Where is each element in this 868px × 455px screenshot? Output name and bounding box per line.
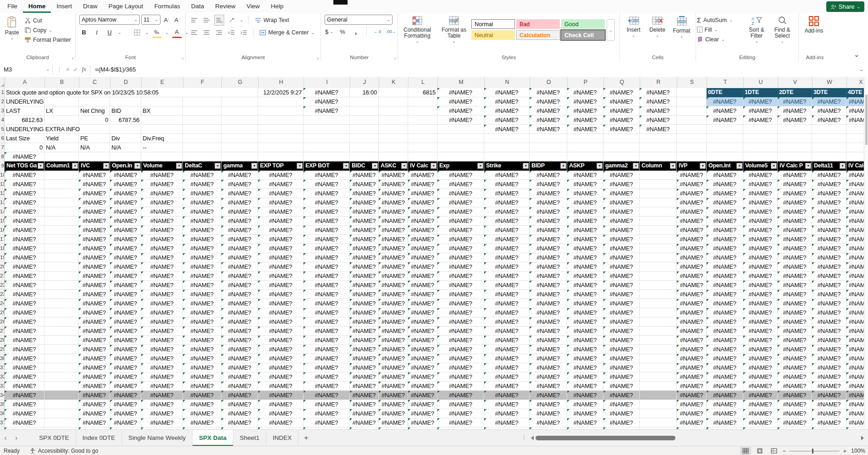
cell-L19[interactable]: #NAME? <box>408 253 437 262</box>
borders-button[interactable] <box>133 28 142 38</box>
cell-J19[interactable]: #NAME? <box>350 253 379 262</box>
cell-R20[interactable] <box>640 262 677 272</box>
cell-W20[interactable]: #NAME? <box>812 262 846 272</box>
cell-B18[interactable] <box>44 244 79 253</box>
cell-K19[interactable]: #NAME? <box>379 253 408 262</box>
cell-P2[interactable]: #NAME? <box>567 97 603 106</box>
cell-A29[interactable]: #NAME? <box>5 345 44 354</box>
cell-V37[interactable]: #NAME? <box>778 418 812 427</box>
cell-M24[interactable]: #NAME? <box>437 299 484 308</box>
filter-dropdown-icon[interactable]: ▼ <box>560 163 566 169</box>
cell-W16[interactable]: #NAME? <box>812 226 846 235</box>
cell-D5[interactable] <box>110 125 141 134</box>
cell-H33[interactable]: #NAME? <box>258 382 304 391</box>
cell-L5[interactable] <box>408 125 437 134</box>
cell-F14[interactable]: #NAME? <box>183 207 221 216</box>
cell-G20[interactable]: #NAME? <box>221 262 258 272</box>
cell-S7[interactable] <box>677 143 707 152</box>
cell-B22[interactable] <box>44 281 79 290</box>
cell-P29[interactable]: #NAME? <box>567 345 603 354</box>
cell-F36[interactable]: #NAME? <box>183 409 221 418</box>
cell-R10[interactable] <box>640 171 677 180</box>
cell-A3[interactable]: LAST <box>5 106 44 116</box>
cell-O6[interactable] <box>530 134 567 143</box>
cell-A8[interactable]: #NAME? <box>5 152 44 161</box>
cell-Q23[interactable]: #NAME? <box>603 290 640 299</box>
font-color-button[interactable]: A <box>172 27 182 38</box>
cell-U24[interactable]: #NAME? <box>743 299 778 308</box>
cell-U17[interactable]: #NAME? <box>743 235 778 244</box>
cell-J18[interactable]: #NAME? <box>350 244 379 253</box>
cell-R18[interactable] <box>640 244 677 253</box>
cell-X21[interactable]: #NAME? <box>846 272 864 281</box>
cell-W37[interactable]: #NAME? <box>812 418 846 427</box>
cell-S27[interactable]: #NAME? <box>677 327 707 336</box>
cell-U31[interactable]: #NAME? <box>743 363 778 372</box>
cell-Q27[interactable]: #NAME? <box>603 327 640 336</box>
cell-C32[interactable]: #NAME? <box>79 372 110 382</box>
cell-O24[interactable]: #NAME? <box>530 299 567 308</box>
cell-F5[interactable] <box>183 125 221 134</box>
cell-C3[interactable]: Net Chng <box>79 106 110 116</box>
cell-W26[interactable]: #NAME? <box>812 317 846 327</box>
cell-M15[interactable]: #NAME? <box>437 216 484 226</box>
filter-dropdown-icon[interactable]: ▼ <box>477 163 483 169</box>
cell-V26[interactable]: #NAME? <box>778 317 812 327</box>
cell-J25[interactable]: #NAME? <box>350 308 379 317</box>
cell-G17[interactable]: #NAME? <box>221 235 258 244</box>
cell-F27[interactable]: #NAME? <box>183 327 221 336</box>
table-header-askp[interactable]: ASKP▼ <box>567 161 603 171</box>
cell-L18[interactable]: #NAME? <box>408 244 437 253</box>
number-format-combo[interactable]: General <box>325 15 393 25</box>
cell-D4[interactable]: 6787.56 <box>110 116 141 125</box>
cell-S6[interactable] <box>677 134 707 143</box>
cell-T26[interactable]: #NAME? <box>707 317 743 327</box>
style-bad[interactable]: Bad <box>516 19 560 29</box>
row-header-6[interactable]: 6 <box>0 134 5 143</box>
cell-S37[interactable]: #NAME? <box>677 418 707 427</box>
cell-K32[interactable]: #NAME? <box>379 372 408 382</box>
cell-G28[interactable]: #NAME? <box>221 336 258 345</box>
cell-H37[interactable]: #NAME? <box>258 418 304 427</box>
cell-A15[interactable]: #NAME? <box>5 216 44 226</box>
cell-O8[interactable] <box>530 152 567 161</box>
cell-H5[interactable] <box>258 125 304 134</box>
cell-Q18[interactable]: #NAME? <box>603 244 640 253</box>
cell-D30[interactable]: #NAME? <box>110 354 141 363</box>
cell-I16[interactable]: #NAME? <box>304 226 350 235</box>
column-header-E[interactable]: E <box>142 77 183 88</box>
cell-U18[interactable]: #NAME? <box>743 244 778 253</box>
cell-E32[interactable]: #NAME? <box>141 372 183 382</box>
format-cells-button[interactable]: Format <box>669 13 694 52</box>
cell-T14[interactable]: #NAME? <box>707 207 743 216</box>
cell-L13[interactable]: #NAME? <box>408 198 437 207</box>
cell-T24[interactable]: #NAME? <box>707 299 743 308</box>
cell-J29[interactable]: #NAME? <box>350 345 379 354</box>
cell-I36[interactable]: #NAME? <box>304 409 350 418</box>
cell-I29[interactable]: #NAME? <box>304 345 350 354</box>
filter-dropdown-icon[interactable]: ▼ <box>215 163 221 169</box>
cell-B31[interactable] <box>44 363 79 372</box>
cell-B16[interactable] <box>44 226 79 235</box>
share-button[interactable]: Share <box>826 1 864 12</box>
table-header-open-in[interactable]: Open.In▼ <box>110 161 141 171</box>
cell-D27[interactable]: #NAME? <box>110 327 141 336</box>
cell-A33[interactable]: #NAME? <box>5 382 44 391</box>
cell-G11[interactable]: #NAME? <box>221 180 258 189</box>
fill-button[interactable]: Fill <box>696 25 744 34</box>
cell-P24[interactable]: #NAME? <box>567 299 603 308</box>
cell-W3[interactable]: #NAME? <box>812 106 846 116</box>
cell-V11[interactable]: #NAME? <box>778 180 812 189</box>
cell-C34[interactable]: #NAME? <box>79 391 110 400</box>
cell-J34[interactable]: #NAME? <box>350 391 379 400</box>
cell-Q1[interactable]: #NAME? <box>603 88 640 97</box>
cell-O17[interactable]: #NAME? <box>530 235 567 244</box>
cell-H25[interactable]: #NAME? <box>258 308 304 317</box>
cell-C7[interactable]: N/A <box>79 143 110 152</box>
select-all-corner[interactable] <box>0 77 5 88</box>
cell-W25[interactable]: #NAME? <box>812 308 846 317</box>
cell-N15[interactable]: #NAME? <box>484 216 530 226</box>
tab-splitter-handle[interactable] <box>521 433 527 440</box>
cell-Q28[interactable]: #NAME? <box>603 336 640 345</box>
cell-K33[interactable]: #NAME? <box>379 382 408 391</box>
